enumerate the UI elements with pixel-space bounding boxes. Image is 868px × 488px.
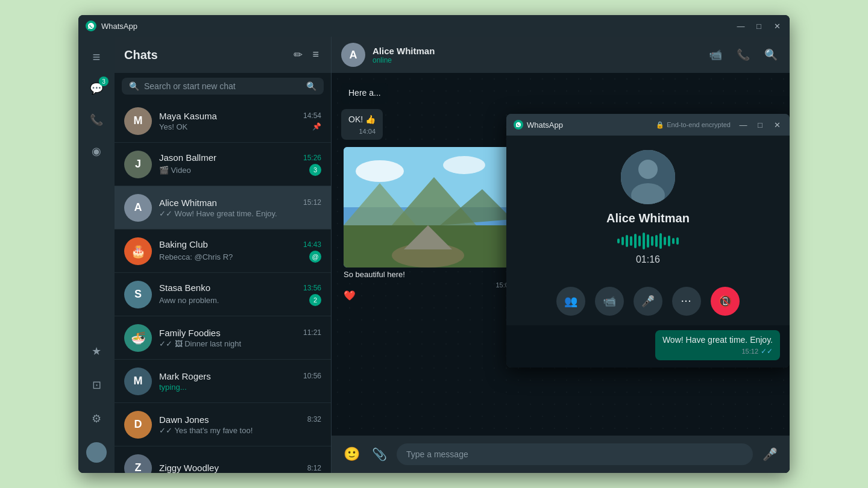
chat-preview-dawn: ✓✓ Yes that's my fave too! <box>159 426 253 435</box>
avatar-baking: 🎂 <box>124 237 152 265</box>
message-input[interactable] <box>397 443 753 465</box>
chat-name-alice: Alice Whitman <box>159 198 217 208</box>
nav-archive[interactable]: ⊡ <box>83 372 110 398</box>
chat-name-ziggy: Ziggy Woodley <box>159 463 219 473</box>
close-button[interactable]: ✕ <box>772 22 782 31</box>
chat-time-alice: 15:12 <box>303 198 321 207</box>
window-controls: — □ ✕ <box>735 22 782 31</box>
avatar-dawn: D <box>124 411 152 439</box>
call-bubble-meta: 15:12 ✓✓ <box>662 347 773 355</box>
mute-button[interactable]: 🎤 <box>634 287 662 316</box>
chat-preview-family: ✓✓ 🖼 Dinner last night <box>159 339 241 348</box>
call-contact-avatar <box>621 150 675 204</box>
nav-status[interactable]: ◉ <box>83 138 110 164</box>
title-bar: WhatsApp — □ ✕ <box>78 15 790 37</box>
chat-badge-baking: @ <box>309 251 321 263</box>
nav-settings[interactable]: ⚙ <box>83 405 110 432</box>
chat-name-family: Family Foodies <box>159 328 221 338</box>
nav-starred[interactable]: ★ <box>83 338 110 364</box>
chat-item-family[interactable]: 🍜 Family Foodies 11:21 ✓✓ 🖼 Dinner last … <box>115 316 331 360</box>
chat-contact-status: online <box>373 56 699 64</box>
maximize-button[interactable]: □ <box>753 22 764 31</box>
chat-time-dawn: 8:32 <box>307 415 321 424</box>
chat-name-dawn: Dawn Jones <box>159 414 209 425</box>
call-app-name: WhatsApp <box>527 120 656 130</box>
voice-call-button[interactable]: 📞 <box>734 46 752 64</box>
more-options-button[interactable]: ··· <box>672 287 701 316</box>
call-timer: 01:16 <box>636 254 660 265</box>
main-area: ≡ 💬 3 📞 ◉ ★ ⊡ ⚙ Chats ✏ ≡ <box>78 37 790 473</box>
chat-list-panel: Chats ✏ ≡ 🔍 🔍 M M <box>115 37 332 473</box>
chat-contact-name: Alice Whitman <box>373 46 699 56</box>
chat-item-maya[interactable]: M Maya Kasuma 14:54 Yes! OK 📌 <box>115 99 331 143</box>
whatsapp-logo <box>86 20 96 31</box>
chat-item-dawn[interactable]: D Dawn Jones 8:32 ✓✓ Yes that's my fave … <box>115 403 331 446</box>
call-avatar-area: Alice Whitman <box>506 136 790 280</box>
search-submit-icon[interactable]: 🔍 <box>306 81 316 91</box>
chat-preview-alice: ✓✓ Wow! Have great time. Enjoy. <box>159 209 277 218</box>
chat-item-baking[interactable]: 🎂 Baking Club 14:43 Rebecca: @Chris R? @ <box>115 230 331 273</box>
compose-button[interactable]: ✏ <box>291 46 305 64</box>
chat-list: M Maya Kasuma 14:54 Yes! OK 📌 J <box>115 99 331 473</box>
chat-preview-baking: Rebecca: @Chris R? <box>159 252 233 261</box>
bubble-text-ok: OK! 👍 <box>348 114 376 124</box>
chat-name-baking: Baking Club <box>159 239 208 249</box>
bubble-ok: OK! 👍 14:04 <box>341 109 383 140</box>
end-call-icon: 📵 <box>719 295 732 308</box>
chat-header-info: Alice Whitman online <box>373 46 699 64</box>
bubble-meta-ok: 14:04 <box>348 128 376 135</box>
end-call-button[interactable]: 📵 <box>711 287 740 316</box>
chat-header-actions: 📹 📞 🔍 <box>706 46 780 64</box>
video-toggle-button[interactable]: 📹 <box>595 287 624 316</box>
call-minimize-button[interactable]: — <box>738 120 749 130</box>
chat-item-ziggy[interactable]: Z Ziggy Woodley 8:12 <box>115 446 331 473</box>
add-person-icon: 👥 <box>564 295 577 308</box>
add-person-button[interactable]: 👥 <box>556 287 585 316</box>
avatar-jason: J <box>124 151 152 178</box>
call-close-button[interactable]: ✕ <box>772 120 782 130</box>
chat-item-alice[interactable]: A Alice Whitman 15:12 ✓✓ Wow! Have great… <box>115 186 331 230</box>
call-contact-name: Alice Whitman <box>606 211 690 225</box>
chat-time-mark: 10:56 <box>303 372 321 380</box>
attach-button[interactable]: 📎 <box>370 445 389 464</box>
call-bubble-time: 15:12 <box>741 348 758 355</box>
minimize-button[interactable]: — <box>735 22 746 31</box>
avatar-mark: M <box>124 368 152 395</box>
search-input-wrap: 🔍 🔍 <box>122 78 324 95</box>
microphone-icon: 🎤 <box>641 295 655 308</box>
chat-info-alice: Alice Whitman 15:12 ✓✓ Wow! Have great t… <box>159 198 321 218</box>
nav-chats[interactable]: 💬 3 <box>83 75 110 102</box>
emoji-button[interactable]: 🙂 <box>341 444 362 465</box>
chat-time-baking: 14:43 <box>303 240 321 249</box>
chat-item-stasa[interactable]: S Stasa Benko 13:56 Aww no problem. 2 <box>115 273 331 316</box>
avatar-maya: M <box>124 107 152 135</box>
nav-profile-avatar[interactable] <box>83 439 110 466</box>
chat-header-avatar[interactable]: A <box>341 43 365 67</box>
chat-preview-maya: Yes! OK <box>159 122 187 131</box>
nav-menu[interactable]: ≡ <box>83 44 110 70</box>
call-bubble-text: Wow! Have great time. Enjoy. <box>662 335 773 345</box>
call-maximize-button[interactable]: □ <box>755 120 766 130</box>
chat-time-jason: 15:26 <box>303 154 321 162</box>
chat-name-mark: Mark Rogers <box>159 371 211 381</box>
chat-list-actions: ✏ ≡ <box>291 46 321 64</box>
nav-calls[interactable]: 📞 <box>83 107 110 133</box>
chat-badge-stasa: 2 <box>309 294 321 306</box>
voice-message-button[interactable]: 🎤 <box>760 445 780 464</box>
call-e2e-label: 🔒 End-to-end encrypted <box>656 121 731 129</box>
chat-item-mark[interactable]: M Mark Rogers 10:56 typing... <box>115 360 331 403</box>
search-input[interactable] <box>144 81 301 91</box>
call-logo <box>514 120 523 130</box>
left-nav: ≡ 💬 3 📞 ◉ ★ ⊡ ⚙ <box>78 37 115 473</box>
chat-image <box>344 147 512 267</box>
bubble-info: Here a... <box>341 83 388 104</box>
search-icon: 🔍 <box>129 81 139 91</box>
avatar-family: 🍜 <box>124 324 152 352</box>
chat-time-stasa: 13:56 <box>303 284 321 292</box>
filter-button[interactable]: ≡ <box>310 46 321 64</box>
more-icon: ··· <box>681 296 692 306</box>
search-chat-button[interactable]: 🔍 <box>762 46 780 64</box>
video-call-button[interactable]: 📹 <box>706 46 725 64</box>
chat-item-jason[interactable]: J Jason Ballmer 15:26 🎬 Video 3 <box>115 143 331 186</box>
chat-preview-mark: typing... <box>159 383 187 392</box>
